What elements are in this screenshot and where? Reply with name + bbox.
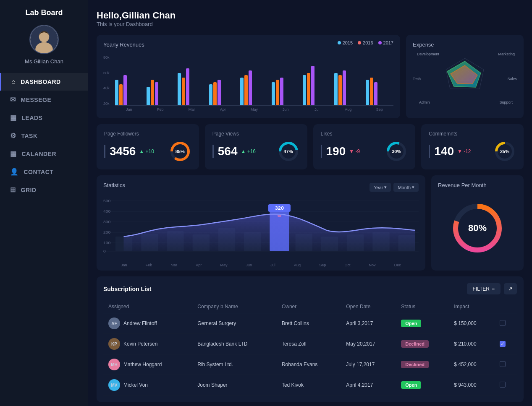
stat-change-views: ▲ +16 [241, 148, 256, 154]
row-checkbox[interactable] [500, 382, 506, 388]
sidebar-item-label: TASK [21, 133, 38, 139]
stats-row: Page Followers 3456 ▲ +10 85% Page Views [97, 124, 524, 169]
col-owner: Owner [277, 300, 341, 313]
sidebar-item-label: CALANDER [22, 151, 57, 157]
donut-label-followers: 85% [176, 149, 185, 154]
stat-card-comments: Commemnts 140 ▼ -12 25% [421, 124, 524, 169]
greeting-title: Hello,Gillian Chan [97, 10, 524, 21]
share-button[interactable]: ↗ [504, 283, 517, 294]
main-content: Hello,Gillian Chan This is your Dashboar… [88, 0, 532, 406]
table-row: AF Andrew Flintoff Gerneral Surgery Bret… [103, 313, 517, 334]
table-row: MH Mathew Hoggard Rib System Ltd. Rohand… [103, 354, 517, 375]
sidebar-item-dashboard[interactable]: ⌂ DASHBOARD [0, 73, 88, 91]
expense-title: Expense [413, 42, 517, 48]
status-cell: Declined [396, 334, 449, 354]
col-impact: Impact [449, 300, 494, 313]
legend-2015: 2015 [338, 40, 353, 45]
impact-cell: $ 150,000 [449, 313, 494, 334]
share-icon: ↗ [508, 286, 513, 292]
impact-cell: $ 210,000 [449, 334, 494, 354]
revenue-card: Yearly Revenues 2015 2016 2017 [97, 35, 400, 118]
company-cell: Gerneral Surgery [192, 313, 277, 334]
stat-title-comments: Commemnts [429, 131, 516, 137]
sidebar-item-message[interactable]: ✉ MESSEGE [0, 91, 88, 109]
stat-value-likes: 190 [321, 145, 346, 158]
stat-change-comments: ▼ -12 [457, 148, 471, 154]
filter-button[interactable]: FILTER ≡ [467, 283, 501, 294]
row-checkbox[interactable] [500, 361, 506, 367]
expense-radar-chart [435, 52, 494, 107]
assigned-name: Mickel Von [123, 382, 148, 388]
sidebar-item-task[interactable]: ⚙ TASK [0, 127, 88, 145]
table-row: KP Kevin Petersen Bangladesh Bank LTD Te… [103, 334, 517, 354]
stat-change-likes: ▼ -9 [349, 148, 360, 154]
sidebar-item-leads[interactable]: ▦ LEADS [0, 109, 88, 127]
avatar [29, 25, 59, 54]
donut-comments: 25% [493, 140, 516, 163]
filter-pills: Year ▾ Month ▾ [370, 183, 419, 192]
col-status: Status [396, 300, 449, 313]
contact-icon: 👤 [10, 168, 19, 176]
date-cell: April 3,2017 [341, 313, 396, 334]
sidebar-item-label: DASHBOARD [21, 78, 61, 85]
sidebar-item-label: MESSEGE [21, 96, 52, 103]
status-badge: Open [401, 320, 421, 327]
stat-row-views: 564 ▲ +16 47% [212, 140, 300, 163]
date-cell: April 4,2017 [341, 375, 396, 396]
donut-label-likes: 30% [392, 149, 401, 154]
stat-title-views: Page Views [212, 131, 300, 137]
stat-title-likes: Likes [321, 131, 408, 137]
user-name: Ms.Gillian Chan [25, 58, 63, 65]
revenue-chart-title: Yearly Revenues [103, 42, 144, 48]
sidebar-item-label: GRID [21, 187, 37, 193]
sidebar-item-contact[interactable]: 👤 CONTACT [0, 163, 88, 181]
legend-2016: 2016 [358, 40, 373, 45]
row-checkbox[interactable] [500, 320, 506, 326]
sidebar-item-grid[interactable]: ⊞ GRID [0, 181, 88, 199]
donut-likes: 30% [385, 140, 408, 163]
stat-row-followers: 3456 ▲ +10 85% [104, 140, 191, 163]
svg-text:100: 100 [103, 241, 111, 245]
subscription-list-card: Subscription List FILTER ≡ ↗ Assigned Co… [97, 276, 524, 402]
nav-menu: ⌂ DASHBOARD ✉ MESSEGE ▦ LEADS ⚙ TASK ▦ C… [0, 73, 88, 199]
col-check [495, 300, 517, 313]
svg-text:500: 500 [103, 199, 111, 203]
stat-change-followers: ▲ +10 [139, 148, 154, 154]
assigned-name: Mathew Hoggard [123, 362, 162, 367]
statistics-header: Statistics Year ▾ Month ▾ [103, 182, 419, 193]
filter-icon: ≡ [492, 286, 495, 292]
greeting: Hello,Gillian Chan This is your Dashboar… [97, 10, 524, 27]
rpm-title: Revenue Per Month [438, 182, 517, 188]
big-donut: 80% [450, 201, 505, 255]
leads-icon: ▦ [10, 114, 17, 122]
col-company: Company b Name [192, 300, 277, 313]
company-cell: Rib System Ltd. [192, 354, 277, 375]
year-filter-btn[interactable]: Year ▾ [370, 183, 391, 192]
status-badge: Declined [401, 361, 429, 368]
home-icon: ⌂ [11, 78, 16, 86]
revenue-legend: 2015 2016 2017 [338, 40, 393, 45]
svg-text:320: 320 [275, 206, 284, 211]
owner-cell: Teresa Zoll [277, 334, 341, 354]
row-checkbox[interactable]: ✓ [500, 341, 506, 347]
line-chart: 320 500 400 300 200 100 0 Jan Feb [103, 197, 419, 264]
sidebar-item-calendar[interactable]: ▦ CALANDER [0, 145, 88, 163]
gear-icon: ⚙ [10, 132, 16, 140]
date-cell: May 20,2017 [341, 334, 396, 354]
app-title: Lab Board [25, 8, 63, 17]
stat-value-comments: 140 [429, 145, 454, 158]
expense-card: Expense Development Marketing Sales Supp… [406, 35, 524, 118]
month-filter-btn[interactable]: Month ▾ [393, 183, 419, 192]
impact-cell: $ 943,000 [449, 375, 494, 396]
table-header: Subscription List FILTER ≡ ↗ [103, 283, 517, 294]
sidebar-item-label: CONTACT [24, 169, 54, 175]
revenue-per-month-card: Revenue Per Month 80% [431, 175, 524, 271]
status-cell: Open [396, 313, 449, 334]
svg-text:0: 0 [103, 249, 106, 253]
status-badge: Declined [401, 340, 429, 348]
donut-label-comments: 25% [500, 149, 509, 154]
statistics-title: Statistics [103, 182, 125, 188]
message-icon: ✉ [10, 96, 16, 104]
stat-row-comments: 140 ▼ -12 25% [429, 140, 516, 163]
owner-cell: Rohanda Evans [277, 354, 341, 375]
